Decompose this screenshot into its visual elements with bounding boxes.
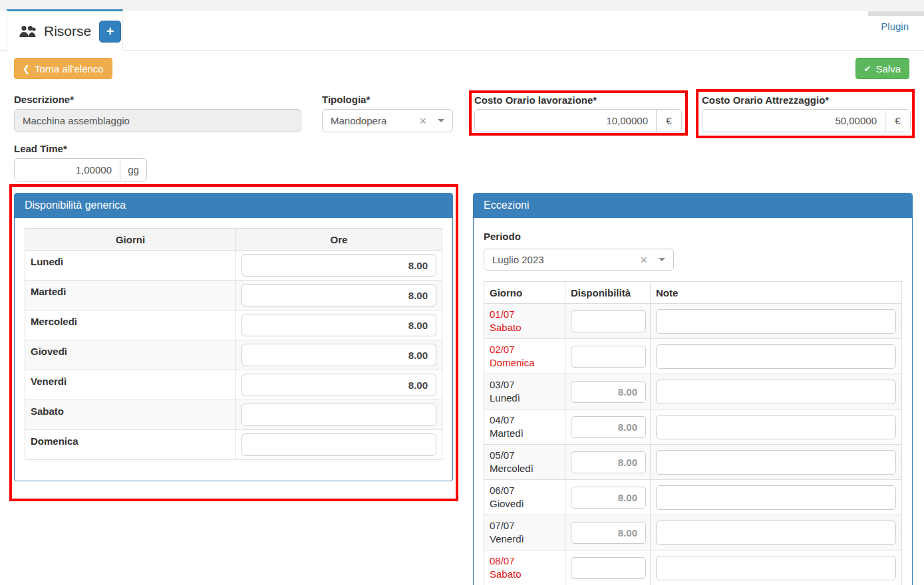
- day-label: Lunedì: [25, 251, 236, 281]
- euro-addon: €: [885, 110, 910, 132]
- exception-day-label: 05/07Mercoledì: [490, 449, 559, 475]
- tab-bar: Risorse + Plugin: [0, 11, 924, 51]
- lead-time-field[interactable]: [15, 159, 120, 181]
- disponibilita-input[interactable]: [571, 557, 646, 579]
- note-input[interactable]: [656, 415, 896, 439]
- periodo-selected-value: Luglio 2023: [492, 254, 640, 265]
- column-header-giorni: Giorni: [25, 229, 236, 251]
- note-input[interactable]: [656, 485, 896, 510]
- note-input[interactable]: [656, 521, 896, 545]
- ore-input[interactable]: [241, 314, 436, 336]
- descrizione-field[interactable]: [14, 109, 301, 132]
- exception-day-label: 01/07Sabato: [490, 308, 559, 334]
- costo-lavorazione-group: €: [474, 109, 682, 132]
- exception-row: 03/07Lunedì: [484, 374, 902, 410]
- costo-lavorazione-field[interactable]: [475, 110, 656, 132]
- exception-day-label: 02/07Domenica: [490, 343, 559, 370]
- disponibilita-panel-title: Disponibilità generica: [15, 193, 452, 218]
- descrizione-label: Descrizione*: [14, 94, 74, 105]
- disponibilita-panel: Disponibilità generica Giorni Ore Lunedì…: [14, 193, 453, 481]
- tab-risorse-label: Risorse: [44, 23, 91, 39]
- disponibilita-input[interactable]: [571, 381, 646, 403]
- days-addon: gg: [120, 159, 146, 181]
- exception-row: 02/07Domenica: [484, 339, 902, 374]
- risorse-page: Risorse + Plugin ❮ Torna all'elenco ✔ Sa…: [0, 0, 924, 585]
- column-header-note: Note: [651, 282, 902, 304]
- day-label: Sabato: [25, 400, 236, 430]
- exception-day-label: 06/07Giovedì: [490, 484, 559, 511]
- exception-day-label: 04/07Martedì: [490, 413, 559, 440]
- column-header-disponibilita: Disponibilità: [565, 282, 651, 304]
- periodo-select[interactable]: Luglio 2023 ×: [484, 249, 674, 271]
- back-to-list-label: Torna all'elenco: [35, 63, 104, 74]
- disponibilita-input[interactable]: [571, 310, 646, 332]
- exception-day-label: 03/07Lunedì: [490, 378, 559, 405]
- exception-row: 08/07Sabato: [484, 550, 902, 585]
- disponibilita-input[interactable]: [571, 416, 646, 438]
- costo-lavorazione-label: Costo Orario lavorazione*: [474, 94, 597, 106]
- lead-time-group: gg: [14, 158, 147, 181]
- disponibilita-input[interactable]: [571, 346, 646, 368]
- column-header-giorno: Giorno: [484, 282, 565, 304]
- tipologia-select[interactable]: Manodopera ×: [322, 109, 453, 132]
- users-icon: [19, 24, 37, 39]
- note-input[interactable]: [656, 450, 896, 475]
- exception-row: 05/07Mercoledì: [484, 445, 902, 480]
- column-header-ore: Ore: [236, 229, 442, 251]
- eccezioni-table: Giorno Disponibilità Note 01/07Sabato02/…: [484, 281, 902, 585]
- availability-row: Domenica: [25, 430, 442, 460]
- availability-row: Giovedì: [25, 340, 442, 370]
- note-input[interactable]: [656, 309, 896, 334]
- disponibilita-input[interactable]: [571, 522, 646, 544]
- clear-icon[interactable]: ×: [419, 115, 426, 127]
- costo-attrezzaggio-label: Costo Orario Attrezzaggio*: [702, 94, 829, 106]
- ore-input[interactable]: [241, 254, 436, 277]
- save-label: Salva: [875, 63, 901, 74]
- availability-row: Lunedì: [25, 251, 442, 281]
- availability-row: Mercoledì: [25, 310, 442, 340]
- page-top-strip: [0, 0, 924, 11]
- ore-input[interactable]: [241, 404, 436, 426]
- ore-input[interactable]: [241, 344, 436, 366]
- eccezioni-panel: Eccezioni Periodo Luglio 2023 × Giorno D…: [473, 193, 913, 585]
- plugin-link[interactable]: Plugin: [881, 21, 909, 32]
- chevron-down-icon[interactable]: [659, 258, 665, 261]
- note-input[interactable]: [656, 556, 896, 580]
- add-resource-button[interactable]: +: [99, 21, 121, 43]
- ore-input[interactable]: [241, 284, 436, 306]
- exception-row: 01/07Sabato: [484, 304, 902, 339]
- exception-day-label: 07/07Venerdì: [490, 519, 559, 546]
- check-icon: ✔: [864, 64, 871, 74]
- clear-icon[interactable]: ×: [640, 254, 647, 266]
- save-button[interactable]: ✔ Salva: [855, 58, 909, 79]
- note-input[interactable]: [656, 380, 896, 404]
- exception-row: 07/07Venerdì: [484, 515, 902, 550]
- day-label: Martedì: [25, 281, 236, 310]
- costo-attrezzaggio-field[interactable]: [702, 110, 885, 132]
- tipologia-selected-value: Manodopera: [331, 115, 419, 126]
- euro-addon: €: [656, 110, 681, 132]
- tipologia-label: Tipologia*: [322, 94, 370, 105]
- costo-attrezzaggio-group: €: [702, 109, 911, 132]
- day-label: Domenica: [25, 430, 236, 460]
- back-to-list-button[interactable]: ❮ Torna all'elenco: [14, 58, 112, 79]
- disponibilita-input[interactable]: [571, 487, 646, 509]
- exception-row: 04/07Martedì: [484, 410, 902, 445]
- ore-input[interactable]: [241, 374, 436, 396]
- day-label: Venerdì: [25, 370, 236, 400]
- disponibilita-input[interactable]: [571, 451, 646, 473]
- periodo-label: Periodo: [484, 231, 902, 242]
- note-input[interactable]: [656, 344, 896, 369]
- exception-day-label: 08/07Sabato: [490, 554, 559, 581]
- availability-row: Sabato: [25, 400, 442, 430]
- inactive-tab-fragment[interactable]: [868, 11, 924, 16]
- ore-input[interactable]: [241, 433, 436, 456]
- lead-time-label: Lead Time*: [14, 143, 67, 154]
- day-label: Giovedì: [25, 340, 236, 370]
- eccezioni-panel-title: Eccezioni: [474, 193, 912, 218]
- availability-row: Martedì: [25, 281, 442, 310]
- day-label: Mercoledì: [25, 310, 236, 340]
- exception-row: 06/07Giovedì: [484, 480, 902, 515]
- tab-risorse[interactable]: Risorse +: [7, 9, 123, 51]
- chevron-down-icon[interactable]: [438, 119, 444, 122]
